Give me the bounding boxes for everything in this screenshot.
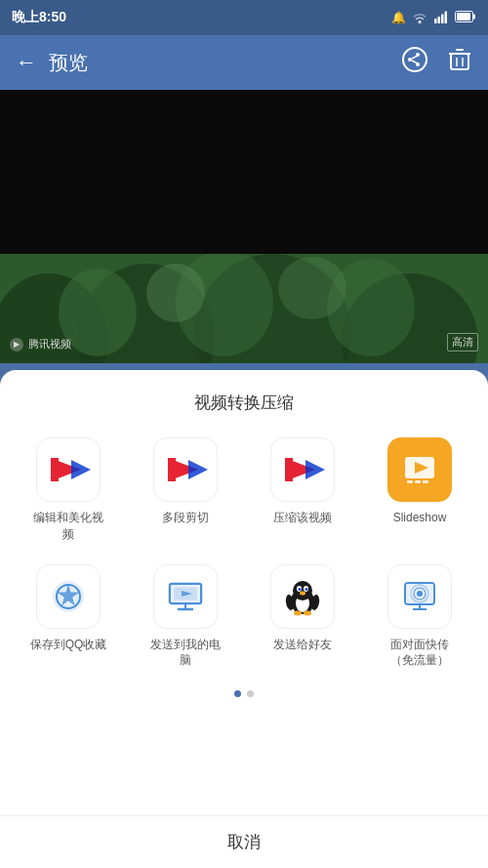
share-button[interactable]	[402, 47, 427, 78]
app-item-cut[interactable]: 多段剪切	[127, 432, 244, 549]
svg-point-60	[293, 581, 312, 600]
app-label-friend: 发送给好友	[273, 637, 332, 653]
svg-point-63	[299, 588, 302, 591]
svg-point-7	[403, 48, 427, 71]
dot-inactive	[247, 690, 254, 697]
battery-icon	[455, 11, 476, 25]
app-label-compress: 压缩该视频	[273, 510, 332, 526]
play-icon: ▶	[10, 338, 23, 351]
page-title: 预览	[49, 50, 88, 76]
notification-icon: 🔔	[391, 11, 406, 24]
svg-rect-0	[434, 19, 437, 23]
back-button[interactable]: ←	[16, 50, 37, 75]
app-label-cut: 多段剪切	[162, 510, 209, 526]
watermark-line1: 龙城安卓网	[422, 785, 480, 798]
svg-point-65	[300, 591, 305, 595]
video-area: ▶ 腾讯视频 高清	[0, 90, 488, 363]
app-label-slideshow: Slideshow	[393, 510, 447, 526]
bottom-sheet: 视频转换压缩 编辑和美化视频	[0, 370, 488, 868]
status-bar: 晚上8:50 🔔	[0, 0, 488, 35]
video-dark-area	[0, 90, 488, 254]
svg-rect-44	[415, 480, 421, 483]
app-label-qq-save: 保存到QQ收藏	[30, 637, 107, 653]
wifi-icon	[412, 10, 427, 26]
watermark: 龙城安卓网 www.lcjrtg.com	[422, 785, 480, 809]
svg-rect-39	[285, 458, 293, 481]
signal-icon	[433, 10, 449, 26]
app-item-slideshow[interactable]: Slideshow	[361, 432, 478, 549]
svg-point-27	[278, 257, 346, 319]
app-item-qq-save[interactable]: 保存到QQ收藏	[10, 558, 127, 676]
nav-left: ← 预览	[16, 50, 88, 76]
svg-point-73	[417, 591, 423, 597]
svg-point-64	[305, 588, 308, 591]
watermark-line2: www.lcjrtg.com	[422, 797, 480, 809]
dialog-title: 视频转换压缩	[194, 392, 294, 414]
video-scene: ▶ 腾讯视频 高清	[0, 254, 488, 363]
svg-rect-3	[445, 11, 448, 23]
app-item-edit[interactable]: 编辑和美化视频	[10, 432, 127, 549]
app-item-friend[interactable]: 发送给好友	[244, 558, 361, 676]
app-label-edit: 编辑和美化视频	[29, 510, 107, 543]
svg-rect-13	[451, 54, 468, 69]
svg-rect-31	[51, 458, 59, 481]
quality-badge: 高清	[447, 333, 478, 351]
app-icon-slideshow	[387, 437, 452, 502]
app-icon-compress	[270, 437, 335, 502]
svg-rect-2	[441, 14, 444, 23]
nav-right	[402, 47, 472, 78]
nav-bar: ← 预览	[0, 35, 488, 90]
app-icon-cut	[153, 437, 218, 502]
apps-grid: 编辑和美化视频 多段剪切	[0, 432, 488, 675]
svg-rect-6	[457, 13, 470, 21]
app-label-transfer: 面对面快传（免流量）	[381, 637, 459, 670]
app-icon-edit	[36, 437, 101, 502]
app-item-transfer[interactable]: 面对面快传（免流量）	[361, 558, 478, 676]
svg-rect-35	[168, 458, 176, 481]
app-label-pc: 发送到我的电脑	[146, 637, 224, 670]
svg-point-26	[146, 264, 205, 322]
pagination-dots	[234, 690, 254, 697]
delete-button[interactable]	[447, 47, 472, 78]
svg-point-66	[294, 610, 302, 615]
svg-rect-5	[473, 14, 476, 19]
cancel-button[interactable]: 取消	[0, 815, 488, 868]
svg-line-11	[412, 57, 417, 60]
app-item-compress[interactable]: 压缩该视频	[244, 432, 361, 549]
app-icon-pc	[153, 564, 218, 629]
svg-rect-43	[407, 480, 413, 483]
svg-point-8	[408, 58, 412, 62]
svg-line-12	[412, 61, 417, 63]
svg-rect-45	[423, 480, 428, 483]
brand-label: ▶ 腾讯视频	[10, 337, 71, 351]
app-icon-qq-save	[36, 564, 101, 629]
app-icon-friend	[270, 564, 335, 629]
dot-active	[234, 690, 241, 697]
status-time: 晚上8:50	[12, 9, 66, 26]
status-icons: 🔔	[391, 10, 476, 26]
svg-rect-1	[438, 17, 441, 23]
app-item-pc[interactable]: 发送到我的电脑	[127, 558, 244, 676]
app-icon-transfer	[387, 564, 452, 629]
svg-point-67	[304, 610, 311, 615]
